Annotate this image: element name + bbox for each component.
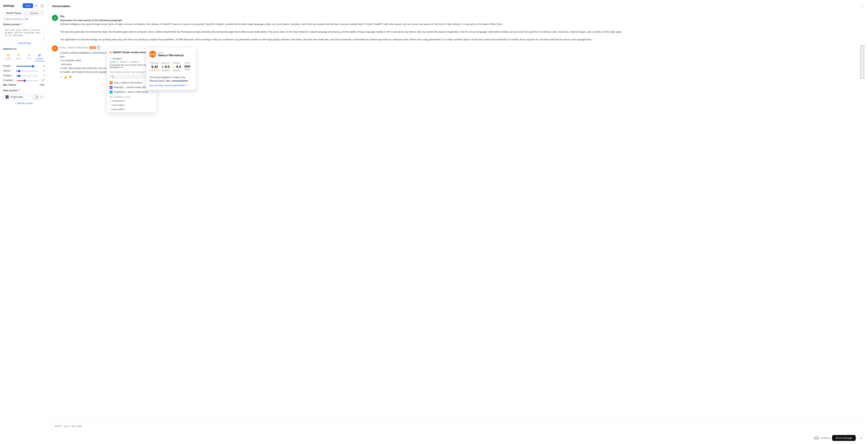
manual-tab[interactable]: Manual <box>24 11 44 15</box>
topics-text: The prompt appears to relate to the foll… <box>149 76 193 83</box>
compare-label: Compare <box>821 437 830 439</box>
user-message: J You Summarize the main points of the f… <box>52 15 864 41</box>
quality-slider[interactable] <box>16 66 38 67</box>
savings-slider[interactable] <box>16 75 38 76</box>
together-provider-icon: T <box>110 91 113 94</box>
quality-stat-sub: Excellent <box>160 69 171 71</box>
topics-highlight: text_summarization <box>166 80 188 82</box>
max-tokens-row: Max Tokens 2000 <box>3 84 45 86</box>
regenerate-button[interactable]: ↺ <box>60 75 62 78</box>
chat-input[interactable] <box>52 422 864 433</box>
msg-first-line: Summarize the main points of the followi… <box>60 19 123 22</box>
speed-stat-sub: Blazing <box>171 69 182 71</box>
quality-value: 8 <box>39 65 45 67</box>
add-prompt-button[interactable]: + Add Prompt <box>3 42 45 44</box>
speed-tab[interactable]: ⚡ Speed <box>13 52 24 61</box>
search-icon: 🔍 <box>111 75 114 78</box>
project-data-label: Project data <box>10 96 23 98</box>
stars: ★★★★★ <box>149 69 160 72</box>
send-message-button[interactable]: Send message <box>832 435 856 441</box>
settings-title: Settings <box>3 4 14 7</box>
speed-value: 1 <box>39 69 45 72</box>
how-scores-link[interactable]: How are these scores determined? ↗ <box>149 84 193 87</box>
project-data-row: 🗄️ Project data ⚙ <box>3 93 45 100</box>
user-avatar: J <box>52 15 58 21</box>
all-model-1[interactable]: | test-model-1 <box>110 99 154 103</box>
savings-badge: Savings: 1 <box>130 61 140 63</box>
system-prompt-info-icon[interactable]: ⓘ <box>21 23 23 26</box>
all-models-header: ALL MODELS (141) <box>110 96 154 98</box>
speed-slider[interactable] <box>16 71 38 71</box>
send-icon-top[interactable]: ✈ <box>860 3 864 9</box>
edit-whitelist-link[interactable]: Edit <box>25 18 28 20</box>
savings-slider-row: Savings ⓘ 1 <box>3 74 45 77</box>
top-model-1-name: llama-3-70b-instruct <box>122 82 142 84</box>
save-button[interactable]: Save <box>23 3 33 8</box>
header-actions: Save ↺ ⬜ <box>23 3 45 8</box>
chat-input-footer: Compare Send message ↺ <box>52 435 864 441</box>
stats-row: OVERALL 9.42 ★★★★★ QUALITY ✦ 9.5 Excelle… <box>149 60 193 74</box>
models-whitelisted: 17 Models whitelisted Edit <box>3 18 45 20</box>
savings-info-icon[interactable]: ⓘ <box>12 74 14 77</box>
model-avatar: G <box>52 45 58 52</box>
data-sources-info-icon[interactable]: ⓘ <box>18 89 20 92</box>
thumbs-up-button[interactable]: 👍 <box>64 75 67 78</box>
quality-info-icon[interactable]: ⓘ <box>11 64 13 67</box>
savings-slider-wrapper <box>16 74 38 77</box>
model-name: llama-3-70b-instruct <box>68 46 88 49</box>
project-data-gear-icon[interactable]: ⚙ <box>40 95 43 98</box>
refresh-message-button[interactable]: ↺ <box>858 435 864 441</box>
cost-stat: COST $$$$ Cheap <box>182 62 193 72</box>
refresh-icon[interactable]: ↺ <box>34 3 38 8</box>
quality-tab[interactable]: ⭐ Quality <box>3 52 13 61</box>
add-file-button[interactable]: + Add file or data <box>3 102 45 105</box>
top-model-2-provider: Anthropic <box>114 86 124 89</box>
creativity-slider-label: Creativity ⓘ <box>3 79 16 82</box>
project-data-toggle[interactable] <box>32 95 39 99</box>
user-name: You <box>60 15 864 18</box>
smart-router-tab[interactable]: SMART Router <box>3 11 24 15</box>
creativity-info-icon[interactable]: ⓘ <box>13 79 16 82</box>
anthropic-provider-icon: A\ <box>110 86 113 89</box>
quality-slider-label: Quality ⓘ <box>3 64 14 67</box>
custom-icon: ⊞ <box>38 53 41 57</box>
sparkle-icon: ✦ <box>110 57 112 60</box>
speed-stat: SPEED ⚡ 9.4 Blazing <box>171 62 182 72</box>
custom-tab[interactable]: ⊞ Custom <box>34 52 45 61</box>
system-prompt-textarea[interactable] <box>3 27 45 40</box>
optimize-tabs: ⭐ Quality ⚡ Speed $ Cost ⊞ Custom <box>3 52 45 61</box>
thumbs-down-button[interactable]: 👎 <box>69 75 72 78</box>
history-icon[interactable]: ⬜ <box>39 3 45 8</box>
model-more-button[interactable]: ∨ <box>97 45 100 50</box>
top-model-3[interactable]: T TogetherAI | llama-3-70b-instruct <box>110 90 154 94</box>
speed-stat-label: SPEED <box>171 62 182 64</box>
max-tokens-label: Max Tokens <box>3 84 16 86</box>
speed-info-icon[interactable]: ⓘ <box>10 69 12 72</box>
model-score-badge[interactable]: 9.42 <box>90 46 96 49</box>
main-content: Conversation ✈ J You Summarize the main … <box>48 0 868 444</box>
all-model-2[interactable]: | test-model-1 <box>110 103 154 107</box>
top-model-1-separator: | <box>120 82 121 84</box>
compare-toggle: Compare <box>813 436 830 440</box>
quality-stat-value: ✦ 9.5 <box>160 65 171 69</box>
top-model-1-provider: Groq <box>114 82 119 84</box>
top-model-3-provider: TogetherAI <box>114 91 125 93</box>
selected-model-name: llama-3-70b-instruct <box>158 54 193 57</box>
creativity-slider[interactable] <box>17 80 38 81</box>
compare-switch[interactable] <box>813 436 819 440</box>
creativity-slider-wrapper <box>17 79 38 82</box>
external-link-icon: ↗ <box>186 84 187 87</box>
system-prompt-label: System prompt ⓘ <box>3 23 45 26</box>
selected-model-score: 9.42 <box>149 51 156 58</box>
savings-value: 1 <box>39 74 45 77</box>
model-provider: Groq <box>60 46 65 49</box>
all-model-3[interactable]: | test-model-2 <box>110 107 154 111</box>
creativity-value: 0.7 <box>39 79 45 82</box>
cost-stat-sub: Cheap <box>182 68 193 70</box>
message-more-button[interactable]: ⋯ <box>860 45 864 78</box>
savings-slider-label: Savings ⓘ <box>3 74 14 77</box>
project-data-left: 🗄️ Project data <box>5 95 23 99</box>
groq-provider-icon: G <box>110 81 113 84</box>
sidebar-header: Settings Save ↺ ⬜ <box>3 3 45 8</box>
cost-tab[interactable]: $ Cost <box>24 52 34 61</box>
